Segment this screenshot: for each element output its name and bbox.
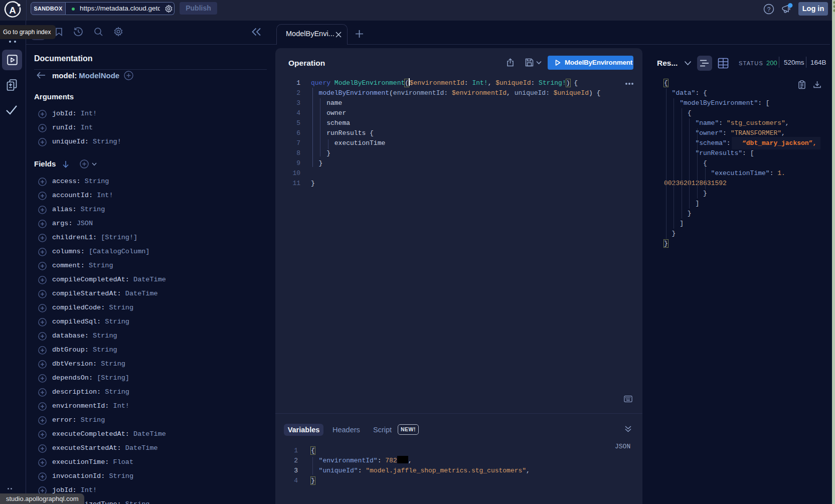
svg-text:A: A (9, 5, 16, 16)
svg-text:?: ? (767, 6, 771, 13)
